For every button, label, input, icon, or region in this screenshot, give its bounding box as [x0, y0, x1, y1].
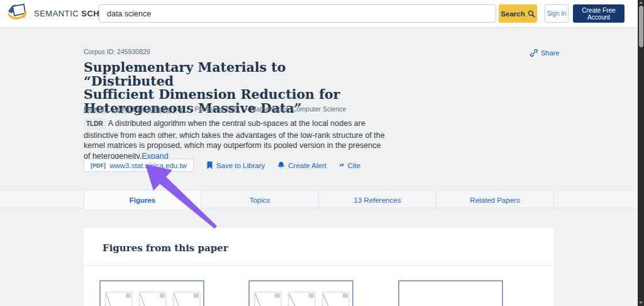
create-free-account-button[interactable]: Create Free Account: [573, 4, 625, 23]
sign-in-button[interactable]: Sign In: [545, 4, 569, 23]
semantic-scholar-logo-icon: [6, 3, 29, 23]
share-button[interactable]: Share: [530, 49, 559, 57]
pdf-source-url: www3.stat.sinica.edu.tw: [109, 162, 187, 169]
bookmark-icon: [206, 161, 213, 169]
meta-separator: •: [245, 105, 248, 113]
published-date: Published 2021: [195, 105, 240, 113]
share-label: Share: [541, 49, 559, 57]
tldr-badge: TLDR: [84, 118, 106, 130]
search-button[interactable]: Search: [499, 4, 537, 23]
share-link-icon: [530, 49, 538, 57]
tab-related-papers[interactable]: Related Papers: [436, 191, 554, 209]
paper-actions-row: [PDF] www3.stat.sinica.edu.tw Save to Li…: [84, 159, 360, 172]
scrollbar-down-arrow-icon[interactable]: [639, 302, 643, 304]
scrollbar-thumb[interactable]: [639, 6, 643, 47]
search-icon: [528, 10, 535, 18]
section-divider: [84, 265, 553, 266]
author-link[interactable]: Kelin Xu: [84, 105, 108, 113]
corpus-id: Corpus ID: 245930829: [84, 48, 150, 55]
save-to-library-button[interactable]: Save to Library: [206, 161, 265, 169]
figures-section-heading: Figures from this paper: [103, 242, 228, 254]
tab-topics[interactable]: Topics: [201, 191, 319, 209]
scrollbar[interactable]: [638, 0, 644, 306]
figure-thumbnail[interactable]: [398, 280, 503, 306]
tldr-abstract: TLDRA distributed algorithm when the cen…: [84, 118, 387, 161]
figure-thumbnail[interactable]: [99, 280, 204, 306]
top-navigation-bar: SEMANTIC SCHOLAR Search Sign In Create F…: [0, 0, 644, 28]
search-input[interactable]: [99, 4, 496, 23]
figures-section-card: Figures from this paper: [84, 228, 553, 306]
pdf-badge: [PDF]: [91, 162, 106, 169]
meta-separator: •: [189, 105, 192, 113]
create-alert-label: Create Alert: [288, 162, 326, 169]
save-to-library-label: Save to Library: [216, 162, 265, 169]
figure-thumbnail[interactable]: [248, 280, 353, 306]
cite-button[interactable]: “ Cite: [339, 162, 360, 169]
scrollbar-up-arrow-icon[interactable]: [639, 1, 643, 4]
create-alert-button[interactable]: Create Alert: [277, 161, 326, 169]
paper-meta-line: Kelin Xu, Liping Zhu, Jianqing Fan •Publ…: [84, 105, 346, 113]
author-link[interactable]: Liping Zhu: [112, 105, 143, 113]
pdf-download-button[interactable]: [PDF] www3.stat.sinica.edu.tw: [84, 159, 194, 172]
tab-references[interactable]: 13 References: [319, 191, 436, 209]
fields-of-study: Mathematics, Computer Science: [251, 105, 347, 113]
bell-icon: [277, 161, 285, 169]
cite-label: Cite: [348, 162, 360, 169]
paper-tab-bar: Figures Topics 13 References Related Pap…: [0, 190, 644, 208]
cite-quote-icon: “: [339, 164, 345, 171]
author-link[interactable]: Jianqing Fan: [147, 105, 184, 113]
tab-figures[interactable]: Figures: [84, 191, 201, 209]
tldr-text: A distributed algorithm when the central…: [84, 119, 385, 161]
search-button-label: Search: [501, 10, 525, 18]
figure-plot-preview: [250, 281, 352, 306]
figure-plot-preview: [101, 281, 203, 306]
